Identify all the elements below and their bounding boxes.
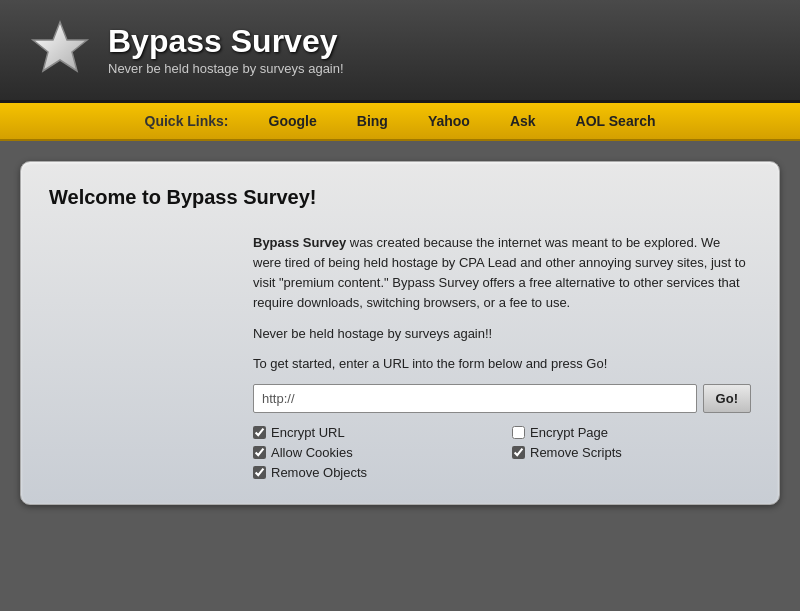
url-form: Go! [253,384,751,413]
checkbox-encrypt-url-label: Encrypt URL [271,425,345,440]
checkbox-remove-objects[interactable]: Remove Objects [253,465,492,480]
nav-link-google[interactable]: Google [269,113,317,129]
nav-link-yahoo[interactable]: Yahoo [428,113,470,129]
checkbox-encrypt-url[interactable]: Encrypt URL [253,425,492,440]
nav-link-bing[interactable]: Bing [357,113,388,129]
quick-links-label: Quick Links: [145,113,229,129]
tagline-text: Never be held hostage by surveys again!! [253,324,751,344]
main-heading: Welcome to Bypass Survey! [49,186,751,215]
svg-marker-0 [33,22,87,71]
navbar: Quick Links: Google Bing Yahoo Ask AOL S… [0,103,800,141]
site-title: Bypass Survey [108,24,344,59]
checkbox-encrypt-page-label: Encrypt Page [530,425,608,440]
url-input[interactable] [253,384,697,413]
header: Bypass Survey Never be held hostage by s… [0,0,800,103]
checkbox-allow-cookies-input[interactable] [253,446,266,459]
checkbox-encrypt-page-input[interactable] [512,426,525,439]
checkbox-allow-cookies-label: Allow Cookies [271,445,353,460]
main-container: Welcome to Bypass Survey! Bypass Survey … [0,141,800,525]
go-button[interactable]: Go! [703,384,751,413]
checkbox-remove-scripts-label: Remove Scripts [530,445,622,460]
nav-link-aol[interactable]: AOL Search [576,113,656,129]
checkbox-remove-scripts-input[interactable] [512,446,525,459]
checkbox-remove-scripts[interactable]: Remove Scripts [512,445,751,460]
nav-link-ask[interactable]: Ask [510,113,536,129]
content-box: Welcome to Bypass Survey! Bypass Survey … [20,161,780,505]
right-column: Bypass Survey was created because the in… [253,233,751,480]
header-text: Bypass Survey Never be held hostage by s… [108,24,344,76]
cta-text: To get started, enter a URL into the for… [253,354,751,374]
description-paragraph: Bypass Survey was created because the in… [253,233,751,314]
left-column [49,233,229,480]
checkbox-encrypt-url-input[interactable] [253,426,266,439]
checkbox-grid: Encrypt URL Encrypt Page Allow Cookies R… [253,425,751,480]
checkbox-remove-objects-label: Remove Objects [271,465,367,480]
site-subtitle: Never be held hostage by surveys again! [108,61,344,76]
checkbox-encrypt-page[interactable]: Encrypt Page [512,425,751,440]
description-bold: Bypass Survey [253,235,346,250]
checkbox-remove-objects-input[interactable] [253,466,266,479]
checkbox-allow-cookies[interactable]: Allow Cookies [253,445,492,460]
logo-star-icon [30,18,90,82]
